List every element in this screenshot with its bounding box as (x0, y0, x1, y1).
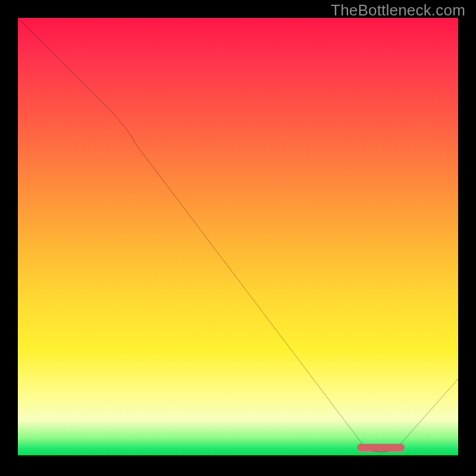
bottleneck-curve (18, 18, 458, 455)
plot-area (18, 18, 458, 455)
chart-container: TheBottleneck.com (0, 0, 476, 476)
optimal-range-bar (357, 444, 405, 451)
watermark-text: TheBottleneck.com (331, 1, 465, 20)
curve-path (18, 18, 458, 452)
